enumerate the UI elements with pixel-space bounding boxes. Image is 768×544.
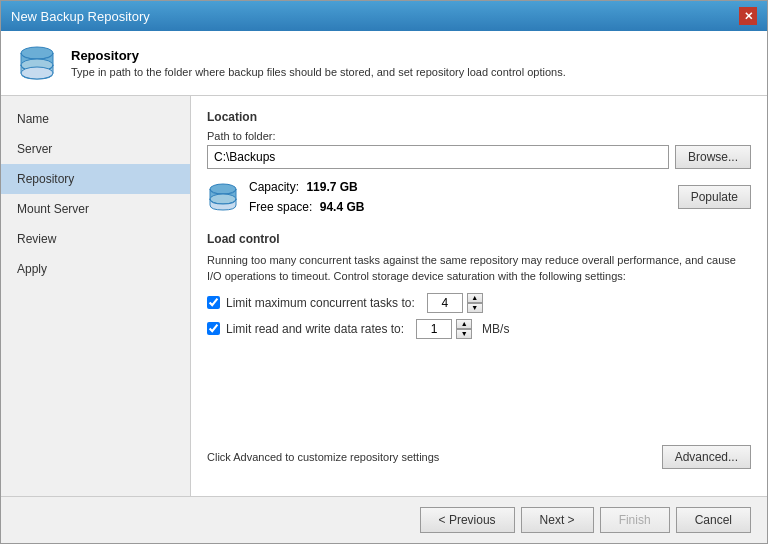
free-space-line: Free space: 94.4 GB	[249, 197, 364, 217]
limit-rw-label: Limit read and write data rates to:	[226, 322, 404, 336]
dialog: New Backup Repository ✕ Repository Type …	[0, 0, 768, 544]
tasks-value-input[interactable]	[427, 293, 463, 313]
rw-value-input[interactable]	[416, 319, 452, 339]
sidebar-item-review[interactable]: Review	[1, 224, 190, 254]
tasks-up-button[interactable]: ▲	[467, 293, 483, 303]
footer-row: Click Advanced to customize repository s…	[207, 445, 751, 469]
bottom-buttons: < Previous Next > Finish Cancel	[1, 496, 767, 543]
sidebar: Name Server Repository Mount Server Revi…	[1, 96, 191, 496]
limit-tasks-row: Limit maximum concurrent tasks to: ▲ ▼	[207, 293, 751, 313]
body: Name Server Repository Mount Server Revi…	[1, 96, 767, 496]
free-space-label: Free space:	[249, 200, 312, 214]
header-title: Repository	[71, 48, 566, 63]
limit-tasks-checkbox[interactable]	[207, 296, 220, 309]
sidebar-item-mount-server[interactable]: Mount Server	[1, 194, 190, 224]
path-input[interactable]	[207, 145, 669, 169]
svg-point-2	[21, 67, 53, 79]
tasks-spinner-buttons: ▲ ▼	[467, 293, 483, 313]
rw-up-button[interactable]: ▲	[456, 319, 472, 329]
load-control-desc: Running too many concurrent tasks agains…	[207, 252, 751, 285]
close-button[interactable]: ✕	[739, 7, 757, 25]
database-icon	[17, 43, 57, 83]
free-space-value: 94.4 GB	[320, 200, 365, 214]
header-section: Repository Type in path to the folder wh…	[1, 31, 767, 96]
capacity-value: 119.7 GB	[306, 180, 357, 194]
rw-spinner-buttons: ▲ ▼	[456, 319, 472, 339]
header-description: Type in path to the folder where backup …	[71, 66, 566, 78]
rw-unit-label: MB/s	[482, 322, 509, 336]
previous-button[interactable]: < Previous	[420, 507, 515, 533]
sidebar-item-apply[interactable]: Apply	[1, 254, 190, 284]
header-text: Repository Type in path to the folder wh…	[71, 48, 566, 78]
populate-button[interactable]: Populate	[678, 185, 751, 209]
dialog-title: New Backup Repository	[11, 9, 150, 24]
tasks-spinner: ▲ ▼	[427, 293, 483, 313]
sidebar-item-repository[interactable]: Repository	[1, 164, 190, 194]
limit-rw-checkbox[interactable]	[207, 322, 220, 335]
advanced-hint: Click Advanced to customize repository s…	[207, 451, 439, 463]
path-row-container: Path to folder: Browse...	[207, 130, 751, 169]
capacity-line: Capacity: 119.7 GB	[249, 177, 364, 197]
sidebar-item-name[interactable]: Name	[1, 104, 190, 134]
next-button[interactable]: Next >	[521, 507, 594, 533]
sidebar-item-server[interactable]: Server	[1, 134, 190, 164]
cancel-button[interactable]: Cancel	[676, 507, 751, 533]
capacity-label: Capacity:	[249, 180, 299, 194]
location-section-title: Location	[207, 110, 751, 124]
rw-down-button[interactable]: ▼	[456, 329, 472, 339]
capacity-left: Capacity: 119.7 GB Free space: 94.4 GB	[207, 177, 668, 218]
db-icon-small	[207, 181, 239, 213]
capacity-info: Capacity: 119.7 GB Free space: 94.4 GB	[249, 177, 364, 218]
limit-rw-row: Limit read and write data rates to: ▲ ▼ …	[207, 319, 751, 339]
rw-spinner: ▲ ▼	[416, 319, 472, 339]
browse-button[interactable]: Browse...	[675, 145, 751, 169]
svg-point-0	[21, 47, 53, 59]
load-control-title: Load control	[207, 232, 751, 246]
tasks-down-button[interactable]: ▼	[467, 303, 483, 313]
limit-tasks-label: Limit maximum concurrent tasks to:	[226, 296, 415, 310]
path-label: Path to folder:	[207, 130, 751, 142]
load-control-section: Load control Running too many concurrent…	[207, 232, 751, 339]
main-content: Location Path to folder: Browse...	[191, 96, 767, 496]
advanced-button[interactable]: Advanced...	[662, 445, 751, 469]
finish-button[interactable]: Finish	[600, 507, 670, 533]
title-bar: New Backup Repository ✕	[1, 1, 767, 31]
path-input-row: Browse...	[207, 145, 751, 169]
capacity-populate-row: Capacity: 119.7 GB Free space: 94.4 GB P…	[207, 177, 751, 218]
